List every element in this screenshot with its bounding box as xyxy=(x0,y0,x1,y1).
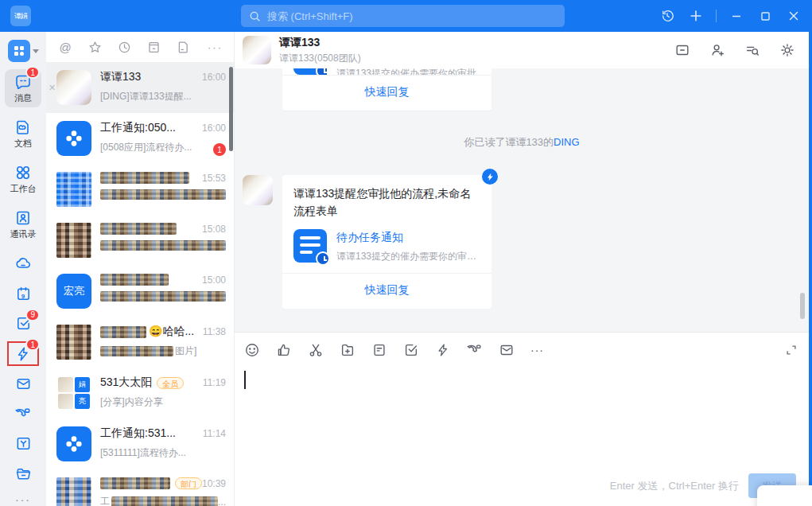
four-petal-icon xyxy=(64,434,84,454)
expand-composer-icon[interactable] xyxy=(783,342,799,358)
sidebar-item-label: 文档 xyxy=(14,138,32,150)
ding-lightning-badge xyxy=(482,169,498,185)
file-send-icon[interactable] xyxy=(340,342,355,358)
ding-send-icon[interactable] xyxy=(435,342,451,358)
conversation-row[interactable]: 娟 亮 531大太阳全员11:19 [分享]内容分享 xyxy=(46,368,234,418)
todo-attachment[interactable]: 待办任务通知 谭谭133提交的催办需要你的审批... xyxy=(293,229,480,263)
cloud-icon xyxy=(14,255,32,272)
clock-icon xyxy=(316,68,327,75)
message-area-scrollbar[interactable] xyxy=(800,293,805,319)
conversation-row[interactable]: 15:53 xyxy=(46,164,234,215)
emoji-icon[interactable] xyxy=(244,342,260,358)
send-hint: Enter 发送，Ctrl+Enter 换行 xyxy=(610,479,739,493)
window-edge xyxy=(809,32,812,506)
sidebar-item-workbench[interactable]: 工作台 xyxy=(5,160,41,198)
app-logo-text: 谭娟 xyxy=(14,11,27,21)
chat-header: 谭谭133 谭谭133(0508团队) xyxy=(235,32,809,68)
mail-icon xyxy=(15,376,32,392)
sidebar-item-contacts[interactable]: 通讯录 xyxy=(5,205,41,243)
text-caret xyxy=(244,371,246,389)
sidebar-item-ding[interactable]: 1 xyxy=(10,344,37,364)
conversation-preview: [0508应用]流程待办... xyxy=(100,141,192,154)
archive-folder-icon[interactable] xyxy=(674,41,691,59)
conversation-row[interactable]: ✕ 谭谭13316:00 [DING]谭谭133提醒... xyxy=(46,62,234,113)
recent-filter-icon[interactable] xyxy=(116,39,132,55)
call-icon[interactable] xyxy=(467,342,483,358)
todo-icon-clipped xyxy=(293,68,327,75)
toolbar-more-icon[interactable]: ··· xyxy=(530,344,544,356)
quick-reply-button[interactable]: 快速回复 xyxy=(282,273,491,309)
minimize-button[interactable] xyxy=(725,4,748,28)
sidebar-item-messages[interactable]: 1 消息 xyxy=(5,69,41,107)
conversation-preview: [5311111]流程待办... xyxy=(100,446,186,460)
todo-task-icon[interactable] xyxy=(403,342,419,358)
new-chat-plus-icon[interactable] xyxy=(684,4,708,28)
starred-filter-icon[interactable] xyxy=(87,39,103,55)
conversation-preview: ... xyxy=(218,496,226,506)
conversation-time: 15:08 xyxy=(202,224,226,235)
thumbs-up-icon[interactable] xyxy=(276,342,292,358)
conversation-time: 16:00 xyxy=(202,123,226,134)
sidebar-item-calendar[interactable]: 9 xyxy=(10,284,37,304)
preview-redacted xyxy=(111,496,218,506)
quick-reply-button[interactable]: 快速回复 xyxy=(282,75,491,111)
sidebar-more-icon[interactable]: ··· xyxy=(15,493,31,506)
message-area: 谭谭133提交的催办需要你的审批... 快速回复 你已读了谭谭133的DING … xyxy=(235,68,809,332)
preview-redacted xyxy=(100,291,226,302)
search-input[interactable] xyxy=(267,10,538,22)
sidebar-item-mail[interactable] xyxy=(10,374,37,394)
conversation-name: 531大太阳 xyxy=(100,376,152,390)
previous-ding-card[interactable]: 谭谭133提交的催办需要你的审批... 快速回复 xyxy=(282,68,491,111)
filters-more-icon[interactable]: ··· xyxy=(208,41,223,53)
conversation-name: 谭谭133 xyxy=(100,70,141,84)
message-input[interactable] xyxy=(235,368,809,455)
titlebar-divider xyxy=(716,10,717,22)
global-search[interactable] xyxy=(241,5,565,27)
conversation-list-scrollbar[interactable] xyxy=(229,67,233,151)
ding-link[interactable]: DING xyxy=(554,136,580,148)
avatar-redacted xyxy=(56,477,91,506)
unread-badge: 1 xyxy=(213,143,226,156)
mentions-filter-icon[interactable]: @ xyxy=(57,39,73,55)
search-history-icon[interactable] xyxy=(744,41,761,59)
conversation-row[interactable]: 部门10:39 工... xyxy=(46,469,234,506)
settings-gear-icon[interactable] xyxy=(779,41,796,59)
sidebar-item-clouddisk[interactable] xyxy=(10,254,37,274)
avatar-redacted xyxy=(56,325,91,360)
conversation-row[interactable]: 宏亮 15:00 xyxy=(46,266,234,317)
mail-send-icon[interactable] xyxy=(499,342,515,358)
chat-avatar[interactable] xyxy=(243,36,271,64)
conversation-time: 10:39 xyxy=(202,478,226,489)
conversation-time: 11:19 xyxy=(203,377,226,388)
schedule-icon[interactable] xyxy=(371,342,387,358)
inbox-filter-icon[interactable] xyxy=(146,39,161,55)
conversation-row[interactable]: 😄哈哈...11:38 图片] xyxy=(46,317,234,368)
conversation-name: 工作通知:050... xyxy=(100,121,176,135)
sidebar-item-todo[interactable]: 9 xyxy=(10,314,37,334)
folder-icon xyxy=(15,465,32,482)
conversation-row[interactable]: 15:08 xyxy=(46,215,234,266)
close-button[interactable] xyxy=(782,4,806,28)
app-logo[interactable]: 谭娟 xyxy=(10,6,31,26)
history-icon[interactable] xyxy=(655,4,679,28)
screenshot-scissors-icon[interactable] xyxy=(308,342,324,358)
close-conversation-icon[interactable]: ✕ xyxy=(49,83,56,93)
ding-message-card[interactable]: 谭谭133提醒您审批他的流程,未命名流程表单 待办任务通知 谭谭133提交的催办… xyxy=(282,175,491,309)
sidebar-item-label: 消息 xyxy=(14,92,32,104)
conversation-name: 😄哈哈... xyxy=(149,325,194,339)
maximize-button[interactable] xyxy=(753,4,777,28)
workspace-switcher[interactable] xyxy=(8,40,39,62)
conversation-list-panel: @ ··· ✕ 谭谭13316:00 [DING]谭谭133提醒... xyxy=(46,32,235,506)
sidebar-item-folder[interactable] xyxy=(10,464,37,484)
add-member-icon[interactable] xyxy=(709,41,726,59)
sender-avatar[interactable] xyxy=(243,175,273,205)
files-filter-icon[interactable] xyxy=(175,39,191,55)
clock-icon xyxy=(316,251,330,266)
sidebar-item-screencast[interactable] xyxy=(10,434,37,454)
conversation-row[interactable]: 工作通知:531...11:14 [5311111]流程待办... xyxy=(46,418,234,469)
conversation-items: ✕ 谭谭13316:00 [DING]谭谭133提醒... 工作通知:050..… xyxy=(46,62,234,506)
sidebar-item-docs[interactable]: 文档 xyxy=(5,115,41,153)
conversation-row[interactable]: 工作通知:050...16:00 [0508应用]流程待办... 1 xyxy=(46,113,234,164)
app-popup[interactable]: 应用 xyxy=(757,485,812,506)
sidebar-item-calls[interactable] xyxy=(10,404,37,424)
